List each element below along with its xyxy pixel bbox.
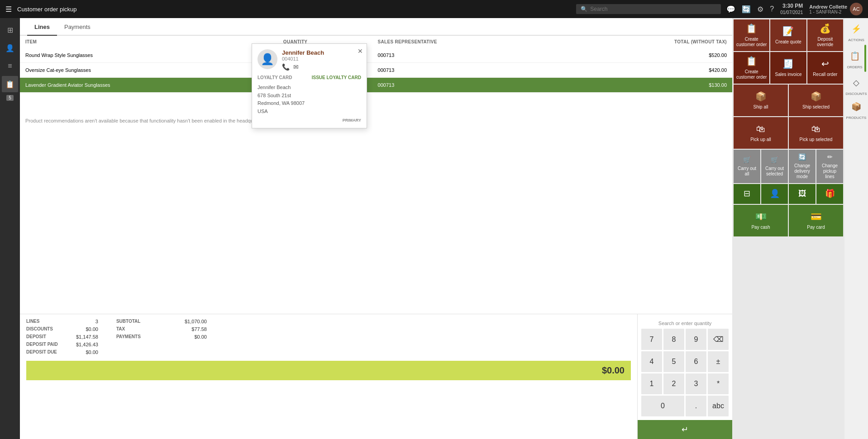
numpad-plusminus[interactable]: ± — [708, 351, 729, 372]
deposit-paid-value: $1,426.43 — [76, 342, 98, 347]
sidebar-item-home[interactable]: ⊞ — [2, 22, 18, 38]
numpad-abc[interactable]: abc — [708, 396, 729, 416]
create-quote-btn[interactable]: 📝 Create quote — [770, 19, 806, 51]
hamburger-icon[interactable]: ☰ — [5, 5, 12, 14]
pay-cash-icon: 💵 — [755, 211, 767, 222]
customer-avatar: 👤 — [258, 49, 277, 69]
sidebar-badge: 5 — [6, 95, 14, 101]
customer-info: Jennifer Beach 004011 📞 ✉ — [282, 49, 361, 71]
numpad-7[interactable]: 7 — [641, 329, 662, 350]
item-name: Oversize Cat-eye Sunglasses — [20, 63, 278, 78]
primary-label: PRIMARY — [258, 118, 361, 123]
payment-icon-2[interactable]: 👤 — [761, 184, 788, 204]
customer-address: Jennifer Beach 678 South 21st Redmond, W… — [258, 84, 361, 115]
loyalty-row: LOYALTY CARD Issue loyalty card — [258, 75, 361, 80]
phone-icon[interactable]: 📞 — [282, 63, 290, 71]
search-bar[interactable]: 🔍 — [576, 4, 721, 14]
app-title: Customer order pickup — [17, 6, 571, 13]
numpad-backspace[interactable]: ⌫ — [708, 329, 729, 350]
create-customer-order-btn2[interactable]: 📋 Create customer order — [734, 52, 769, 84]
customer-name: Jennifer Beach — [282, 49, 361, 56]
deposit-paid-label: DEPOSIT PAID — [26, 342, 76, 347]
help-icon[interactable]: ? — [770, 5, 774, 13]
col-total: TOTAL (WITHOUT TAX) — [562, 36, 732, 48]
pickup-selected-btn[interactable]: 🛍 Pick up selected — [789, 117, 843, 149]
numpad-2[interactable]: 2 — [663, 373, 684, 394]
popup-close-button[interactable]: ✕ — [358, 47, 363, 55]
customer-contact-icons: 📞 ✉ — [282, 63, 361, 71]
numpad-asterisk[interactable]: * — [708, 373, 729, 394]
payment-icon-4[interactable]: 🎁 — [816, 184, 843, 204]
numpad-8[interactable]: 8 — [663, 329, 684, 350]
numpad-1[interactable]: 1 — [641, 373, 662, 394]
recall-order-btn[interactable]: ↩ Recall order — [807, 52, 843, 84]
carry-out-selected-btn[interactable]: 🛒 Carry out selected — [761, 150, 788, 183]
numpad-decimal[interactable]: . — [686, 396, 706, 416]
numpad-enter[interactable]: ↵ — [638, 420, 732, 439]
action-buttons: 📋 Create customer order 📝 Create quote 💰… — [732, 18, 844, 439]
carry-out-all-btn[interactable]: 🛒 Carry out all — [734, 150, 760, 183]
loyalty-link[interactable]: Issue loyalty card — [312, 75, 361, 80]
recall-order-icon: ↩ — [821, 58, 829, 69]
email-icon[interactable]: ✉ — [293, 63, 299, 71]
col-item: ITEM — [20, 36, 278, 48]
sidebar-item-menu[interactable]: ≡ — [2, 58, 18, 74]
tab-payments[interactable]: Payments — [57, 18, 98, 36]
tab-lines[interactable]: Lines — [27, 18, 57, 36]
item-name: Lavender Gradient Aviator Sunglasses — [20, 78, 278, 93]
item-total: $420.00 — [562, 63, 732, 78]
customer-header: 👤 Jennifer Beach 004011 📞 ✉ — [258, 49, 361, 71]
sales-invoice-btn[interactable]: 🧾 Sales invoice — [770, 52, 806, 84]
action-row-3: 📦 Ship all 📦 Ship selected — [734, 85, 843, 116]
side-icon-discounts[interactable]: ◇ DISCOUNTS — [845, 75, 867, 96]
refresh-icon[interactable]: 🔄 — [742, 5, 751, 14]
create-customer-order-btn[interactable]: 📋 Create customer order — [734, 19, 769, 51]
numpad-grid: 7 8 9 ⌫ 4 5 6 ± 1 2 3 * 0 — [641, 329, 729, 416]
create-order-icon: 📋 — [746, 23, 757, 34]
numpad-0[interactable]: 0 — [641, 396, 684, 416]
carry-all-icon: 🛒 — [743, 156, 751, 163]
deposit-override-btn[interactable]: 💰 Deposit override — [807, 19, 843, 51]
search-input[interactable] — [590, 6, 716, 12]
table-row-selected[interactable]: Lavender Gradient Aviator Sunglasses 1 0… — [20, 78, 732, 93]
ship-all-btn[interactable]: 📦 Ship all — [734, 85, 788, 116]
numpad-9[interactable]: 9 — [686, 329, 706, 350]
side-icon-products[interactable]: 📦 PRODUCTS — [846, 99, 867, 120]
sales-invoice-icon: 🧾 — [782, 58, 794, 69]
datetime: 3:30 PM 01/07/2021 — [780, 3, 803, 16]
settings-icon[interactable]: ⚙ — [757, 5, 763, 14]
pay-cash-btn[interactable]: 💵 Pay cash — [734, 205, 788, 236]
sidebar-item-orders[interactable]: 📋 — [2, 76, 18, 92]
right-actions: 📋 Create customer order 📝 Create quote 💰… — [732, 18, 868, 439]
action-row-2: 📋 Create customer order 🧾 Sales invoice … — [734, 52, 843, 84]
table-row[interactable]: Round Wrap Style Sunglasses 2 000713 $52… — [20, 48, 732, 63]
chat-icon[interactable]: 💬 — [726, 5, 735, 14]
item-salesrep: 000713 — [372, 48, 562, 63]
payment-icon-3[interactable]: 🖼 — [789, 184, 816, 204]
bottom-summary: LINES 3 DISCOUNTS $0.00 DEPOSIT $1,147.5… — [20, 314, 732, 439]
item-name: Round Wrap Style Sunglasses — [20, 48, 278, 63]
subtotal-value: $1,070.00 — [185, 319, 207, 324]
numpad-5[interactable]: 5 — [663, 351, 684, 372]
numpad-4[interactable]: 4 — [641, 351, 662, 372]
main-content: Lines Payments ITEM QUANTITY SALES REPRE… — [20, 18, 868, 439]
numpad-6[interactable]: 6 — [686, 351, 706, 372]
side-icon-actions[interactable]: ⚡ ACTIONS — [848, 21, 864, 42]
pay-card-btn[interactable]: 💳 Pay card — [789, 205, 843, 236]
amount-due-bar: $0.00 — [26, 361, 631, 380]
table-row[interactable]: Oversize Cat-eye Sunglasses 2 000713 $42… — [20, 63, 732, 78]
pickup-lines-icon: ✏ — [827, 153, 833, 160]
numpad-3[interactable]: 3 — [686, 373, 706, 394]
pickup-all-btn[interactable]: 🛍 Pick up all — [734, 117, 788, 149]
change-pickup-lines-btn[interactable]: ✏ Change pickup lines — [816, 150, 843, 183]
payment-icon-1[interactable]: ⊟ — [734, 184, 760, 204]
change-delivery-mode-btn[interactable]: 🔄 Change delivery mode — [789, 150, 816, 183]
ship-selected-btn[interactable]: 📦 Ship selected — [789, 85, 843, 116]
side-icon-orders[interactable]: 📋 ORDERS — [847, 48, 863, 69]
sidebar-item-customers[interactable]: 👤 — [2, 40, 18, 56]
actions-label: ACTIONS — [848, 38, 864, 42]
payments-label: PAYMENTS — [116, 334, 166, 340]
actions-icon: ⚡ — [848, 21, 864, 37]
products-icon: 📦 — [848, 99, 864, 115]
discounts-icon: ◇ — [848, 75, 864, 91]
